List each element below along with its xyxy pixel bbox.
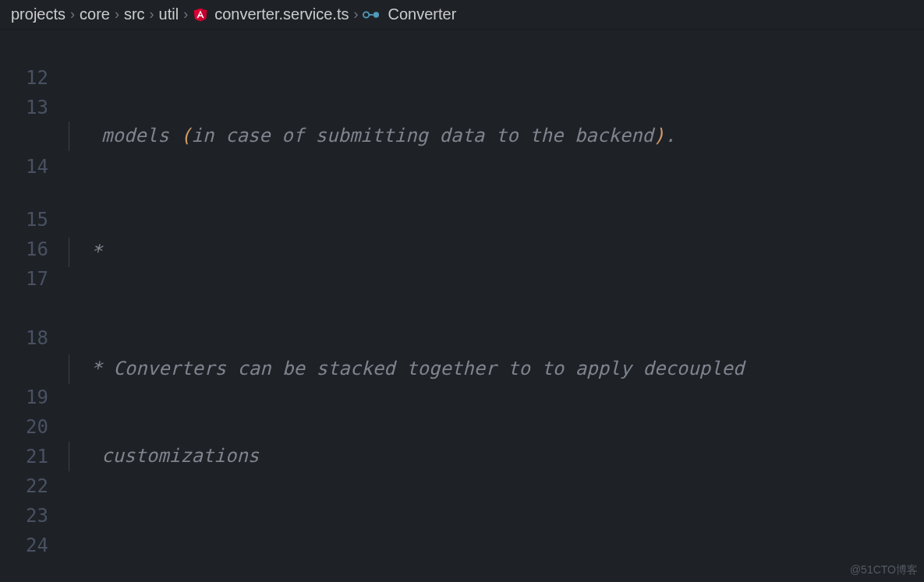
line-number: 12 [0,64,48,93]
code-line: customizations [69,442,924,471]
line-number [0,34,48,64]
chevron-right-icon: › [70,4,75,26]
line-number: 20 [0,413,48,443]
svg-point-1 [373,12,379,17]
line-number: 18 [0,324,48,354]
breadcrumb-item-file[interactable]: converter.service.ts [214,2,349,26]
line-number: 16 [0,235,48,265]
line-number: 24 [0,531,48,561]
code-content[interactable]: models (in case of submitting data to th… [69,34,924,582]
code-line: * [69,238,924,267]
chevron-right-icon: › [150,4,154,26]
breadcrumb: projects › core › src › util › converter… [0,0,924,30]
line-number [0,295,48,324]
line-number-gutter: 12 13 14 15 16 17 18 19 20 21 22 23 24 [0,34,69,582]
breadcrumb-item-util[interactable]: util [159,2,179,26]
line-number [0,123,48,153]
lightbulb-icon[interactable] [66,560,174,582]
chevron-right-icon: › [183,4,188,26]
line-number: 21 [0,443,48,472]
svg-point-0 [363,12,369,17]
line-number: 14 [0,153,48,182]
code-editor[interactable]: 12 13 14 15 16 17 18 19 20 21 22 23 24 m… [0,30,924,582]
line-number: 13 [0,93,48,123]
breadcrumb-item-src[interactable]: src [124,2,145,26]
line-number: 22 [0,472,48,502]
code-line: * Converters can be stacked together to … [69,354,924,384]
angular-icon [193,7,208,23]
line-number: 17 [0,265,48,295]
code-line: */ [69,559,924,582]
breadcrumb-item-core[interactable]: core [80,2,110,26]
line-number [0,354,48,383]
watermark: @51CTO博客 [850,562,918,579]
line-number [0,182,48,206]
line-number: 23 [0,502,48,531]
line-number: 15 [0,206,48,235]
chevron-right-icon: › [115,4,119,26]
interface-icon [363,9,380,20]
chevron-right-icon: › [353,4,358,26]
breadcrumb-item-projects[interactable]: projects [11,2,65,26]
code-line: models (in case of submitting data to th… [69,122,924,151]
line-number: 19 [0,383,48,413]
breadcrumb-item-symbol[interactable]: Converter [388,2,456,26]
